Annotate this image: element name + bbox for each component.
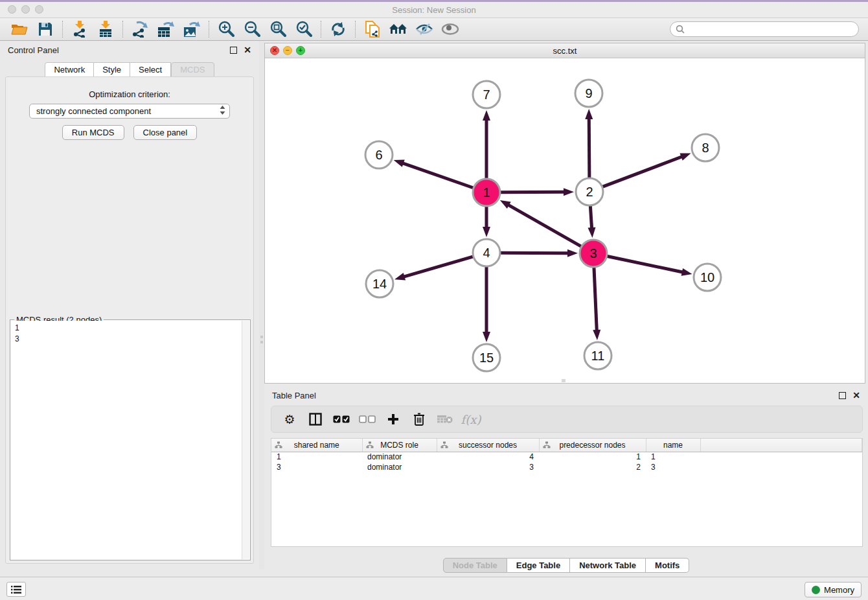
main-toolbar [0,18,868,41]
graph-edge-4-15[interactable] [483,267,490,342]
graph-edge-2-3[interactable] [588,206,595,238]
graph-edge-4-14[interactable] [394,257,473,280]
close-table-panel-icon[interactable]: ✕ [852,392,860,399]
mcds-result-scrollbar[interactable] [242,321,249,559]
hierarchy-icon [440,441,448,449]
graph-node-8[interactable]: 8 [692,134,719,161]
graph-edge-1-2[interactable] [501,188,574,196]
network-maximize-icon[interactable]: + [296,46,305,55]
save-session-icon[interactable] [32,19,58,39]
import-network-icon[interactable] [67,19,93,39]
memory-button[interactable]: Memory [805,582,862,597]
application-window: Session: New Session [0,0,868,600]
column-header-shared-name[interactable]: shared name [271,439,362,452]
export-network-icon[interactable] [127,19,153,39]
graph-node-11[interactable]: 11 [584,342,611,369]
canvas-resize-handle[interactable] [562,379,565,382]
close-window-button[interactable] [8,5,16,14]
svg-text:6: 6 [375,148,382,162]
graph-edge-1-7[interactable] [483,110,490,178]
table-cell: 2 [539,462,646,472]
graph-node-9[interactable]: 9 [575,80,602,107]
mcds-result-text[interactable]: 13 [11,321,242,559]
graph-edge-3-11[interactable] [593,268,600,340]
graph-edge-3-10[interactable] [608,257,692,276]
graph-node-14[interactable]: 14 [366,270,393,297]
home-icon[interactable] [385,19,411,39]
toolbar-separator [355,21,356,38]
show-view-eye-icon[interactable] [437,19,463,39]
svg-text:2: 2 [586,185,593,199]
clone-network-icon[interactable] [360,19,385,39]
graph-edge-2-9[interactable] [585,109,593,178]
open-file-icon[interactable] [6,19,32,39]
network-minimize-icon[interactable]: − [283,46,292,55]
tab-network[interactable]: Network [45,62,94,77]
settings-gear-icon[interactable]: ⚙ [278,409,301,430]
add-column-icon[interactable] [382,409,405,430]
graph-edge-2-8[interactable] [603,154,691,187]
close-panel-button[interactable]: Close panel [133,125,198,140]
tab-edge-table[interactable]: Edge Table [507,558,570,573]
float-panel-icon[interactable] [230,47,237,54]
memory-status-icon [812,586,820,594]
table-row[interactable]: 1dominator411 [271,452,862,462]
control-panel-header: Control Panel ✕ [0,41,259,59]
export-table-icon[interactable] [153,19,179,39]
tab-motifs[interactable]: Motifs [646,558,689,573]
column-header-predecessor-nodes[interactable]: predecessor nodes [539,439,646,452]
table-cell: 3 [646,462,700,472]
graph-node-3[interactable]: 3 [580,240,607,267]
tab-node-table[interactable]: Node Table [443,558,507,573]
deselect-all-checkboxes-icon[interactable] [356,409,379,430]
graph-edge-3-1[interactable] [500,200,581,246]
network-close-icon[interactable]: ✕ [270,46,279,55]
graph-node-4[interactable]: 4 [473,239,500,266]
maximize-window-button[interactable] [35,5,43,14]
column-header-successor-nodes[interactable]: successor nodes [437,439,539,452]
svg-text:1: 1 [483,185,490,200]
toolbar-separator [122,21,123,38]
task-history-button[interactable] [6,582,26,597]
search-field[interactable] [670,21,859,37]
graph-node-2[interactable]: 2 [576,178,603,205]
zoom-selected-icon[interactable] [291,19,317,39]
search-input[interactable] [689,25,853,34]
import-table-icon[interactable] [93,19,119,39]
zoom-fit-icon[interactable] [265,19,291,39]
graph-edge-1-6[interactable] [394,160,474,188]
graph-node-1[interactable]: 1 [473,179,500,206]
graph-node-10[interactable]: 10 [694,264,721,291]
zoom-out-icon[interactable] [239,19,265,39]
float-table-panel-icon[interactable] [839,392,846,399]
graph-node-6[interactable]: 6 [365,141,393,168]
control-panel: Control Panel ✕ Network Style Select MCD… [0,41,259,569]
refresh-view-icon[interactable] [325,19,351,39]
delete-column-icon[interactable] [407,409,431,430]
export-image-icon[interactable] [179,19,205,39]
select-all-checkboxes-icon[interactable] [330,409,353,430]
graph-edge-1-4[interactable] [483,207,490,237]
graph-node-15[interactable]: 15 [473,344,500,371]
tab-mcds[interactable]: MCDS [171,62,214,77]
table-row[interactable]: 3dominator323 [271,462,862,472]
tab-select[interactable]: Select [130,62,171,77]
svg-text:14: 14 [372,277,387,291]
run-mcds-button[interactable]: Run MCDS [62,125,124,140]
column-header-name[interactable]: name [646,439,700,452]
zoom-in-icon[interactable] [213,19,239,39]
network-window-titlebar[interactable]: ✕ − + scc.txt [265,43,865,58]
close-panel-icon[interactable]: ✕ [244,47,251,54]
tab-network-table[interactable]: Network Table [570,558,646,573]
column-header-mcds-role[interactable]: MCDS role [362,439,437,452]
criterion-dropdown[interactable]: strongly connected component [29,104,230,119]
tab-style[interactable]: Style [94,62,130,77]
graph-node-7[interactable]: 7 [473,81,500,108]
split-columns-icon[interactable] [304,409,327,430]
network-canvas[interactable]: 7968124314101511 [265,58,865,383]
minimize-window-button[interactable] [21,5,30,14]
panel-splitter[interactable] [259,41,264,569]
table-cell: dominator [362,462,437,472]
graph-edge-4-3[interactable] [501,249,578,257]
hide-preview-eye-icon[interactable] [411,19,437,39]
